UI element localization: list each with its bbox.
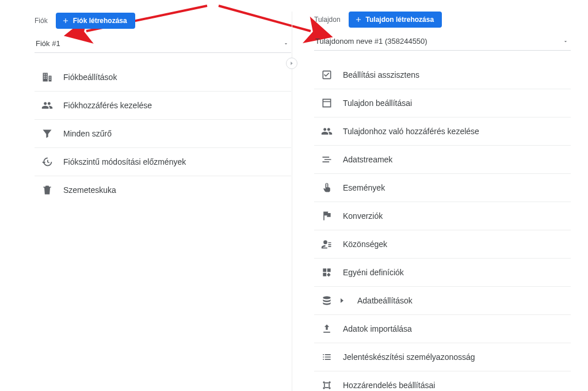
menu-label: Adatstreamek	[343, 155, 392, 164]
account-column: Fiók Fiók létrehozása Fiók #1 Fiókbeállí…	[35, 12, 291, 391]
menu-item-account-history[interactable]: Fiókszintű módosítási előzmények	[35, 148, 291, 176]
menu-label: Események	[343, 183, 385, 192]
create-account-label: Fiók létrehozása	[73, 17, 127, 25]
expand-caret-icon	[341, 298, 343, 303]
streams-icon	[321, 154, 333, 165]
menu-label: Konverziók	[343, 211, 383, 221]
menu-item-reporting-identity[interactable]: Jelentéskészítési személyazonosság	[314, 343, 571, 371]
create-property-label: Tulajdon létrehozása	[366, 16, 434, 24]
plus-icon	[62, 17, 70, 25]
menu-item-custom-definitions[interactable]: Egyéni definíciók	[314, 259, 571, 287]
menu-item-all-filters[interactable]: Minden szűrő	[35, 120, 291, 148]
account-menu: Fiókbeállítások Fiókhozzáférés kezelése …	[35, 63, 291, 204]
menu-label: Fiókbeállítások	[63, 73, 117, 82]
checkbox-icon	[321, 69, 333, 81]
menu-label: Egyéni definíciók	[343, 268, 404, 277]
menu-label: Közönségek	[343, 240, 387, 249]
plus-icon	[354, 16, 362, 24]
menu-item-conversions[interactable]: Konverziók	[314, 202, 571, 230]
property-menu: Beállítási asszisztens Tulajdon beállítá…	[314, 61, 571, 391]
menu-label: Fiókhozzáférés kezelése	[63, 101, 152, 110]
menu-item-property-settings[interactable]: Tulajdon beállításai	[314, 89, 571, 117]
account-selector[interactable]: Fiók #1	[35, 33, 291, 53]
menu-label: Fiókszintű módosítási előzmények	[63, 157, 186, 166]
people-icon	[321, 126, 333, 137]
account-title: Fiók	[35, 17, 48, 25]
people-icon	[41, 100, 53, 111]
filter-icon	[41, 128, 53, 139]
layout-icon	[321, 97, 333, 109]
menu-item-events[interactable]: Események	[314, 174, 571, 202]
property-selector[interactable]: Tulajdonom neve #1 (358244550)	[314, 31, 571, 51]
arrow-right-icon	[289, 60, 295, 66]
menu-item-setup-assistant[interactable]: Beállítási asszisztens	[314, 61, 571, 89]
menu-item-trash[interactable]: Szemeteskuka	[35, 176, 291, 204]
column-divider	[292, 12, 292, 391]
menu-item-attribution[interactable]: Hozzárendelés beállításai	[314, 371, 571, 391]
create-property-button[interactable]: Tulajdon létrehozása	[349, 12, 442, 28]
history-icon	[41, 156, 53, 168]
menu-item-data-settings[interactable]: Adatbeállítások	[314, 287, 571, 315]
database-icon	[321, 295, 333, 306]
menu-label: Jelentéskészítési személyazonosság	[343, 352, 475, 362]
menu-item-audiences[interactable]: Közönségek	[314, 230, 571, 259]
custom-def-icon	[321, 267, 333, 278]
divider-collapse-button[interactable]	[286, 58, 297, 69]
audience-icon	[321, 238, 333, 250]
menu-item-account-access[interactable]: Fiókhozzáférés kezelése	[35, 92, 291, 120]
property-title: Tulajdon	[314, 16, 341, 24]
menu-item-data-streams[interactable]: Adatstreamek	[314, 146, 571, 174]
trash-icon	[41, 184, 53, 196]
menu-label: Tulajdon beállításai	[343, 98, 412, 108]
flag-icon	[321, 210, 333, 222]
account-selected-text: Fiók #1	[36, 39, 60, 48]
menu-item-account-settings[interactable]: Fiókbeállítások	[35, 63, 291, 92]
caret-down-icon	[283, 41, 289, 47]
menu-label: Hozzárendelés beállításai	[343, 381, 435, 390]
upload-icon	[321, 323, 333, 335]
touch-icon	[321, 182, 333, 193]
menu-label: Adatbeállítások	[357, 296, 413, 305]
property-selected-text: Tulajdonom neve #1 (358244550)	[315, 37, 427, 45]
menu-label: Beállítási asszisztens	[343, 70, 419, 79]
create-account-button[interactable]: Fiók létrehozása	[56, 13, 135, 29]
menu-label: Szemeteskuka	[63, 185, 116, 195]
menu-label: Minden szűrő	[63, 129, 112, 138]
menu-label: Tulajdonhoz való hozzáférés kezelése	[343, 127, 479, 136]
menu-item-data-import[interactable]: Adatok importálása	[314, 315, 571, 343]
identity-icon	[321, 351, 333, 363]
attribution-icon	[321, 379, 333, 391]
menu-label: Adatok importálása	[343, 324, 412, 333]
caret-down-icon	[563, 39, 568, 44]
property-header: Tulajdon Tulajdon létrehozása	[314, 12, 571, 28]
menu-item-property-access[interactable]: Tulajdonhoz való hozzáférés kezelése	[314, 117, 571, 146]
account-header: Fiók Fiók létrehozása	[35, 12, 291, 30]
property-column: Tulajdon Tulajdon létrehozása Tulajdonom…	[314, 12, 571, 391]
building-icon	[41, 71, 53, 83]
